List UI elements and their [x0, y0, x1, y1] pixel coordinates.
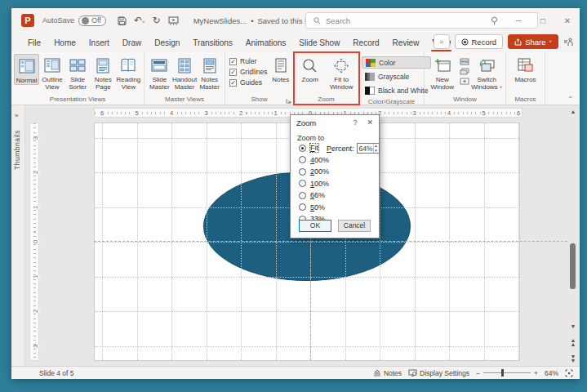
dialog-title-bar[interactable]: Zoom ? ✕: [291, 115, 379, 130]
handout-master-icon: [176, 56, 193, 74]
percent-spinner[interactable]: 64% ▲ ▼: [357, 143, 380, 154]
color-icon: [366, 59, 376, 67]
tab-transitions[interactable]: Transitions: [186, 34, 239, 51]
presenter-icon[interactable]: [563, 38, 573, 47]
ok-button[interactable]: OK: [299, 220, 331, 232]
fit-to-window-button[interactable]: Fit to Window: [327, 54, 356, 91]
radio-icon[interactable]: [299, 192, 306, 199]
zoom-option-100pct[interactable]: 100%: [299, 180, 329, 188]
handout-master-button[interactable]: Handout Master: [172, 54, 198, 91]
tab-insert[interactable]: Insert: [82, 34, 116, 51]
notes-button[interactable]: Notes: [271, 54, 291, 83]
radio-icon[interactable]: [299, 203, 306, 211]
radio-icon[interactable]: [299, 168, 306, 176]
thumbnails-label: Thumbnails: [13, 130, 21, 170]
black-and-white-button[interactable]: Black and White: [362, 84, 431, 96]
radio-icon[interactable]: [299, 145, 306, 152]
notes-page-icon: [94, 56, 112, 74]
tab-animations[interactable]: Animations: [239, 34, 292, 51]
guides-checkbox[interactable]: ✓Guides: [229, 78, 268, 87]
gridlines-checkbox[interactable]: ✓Gridlines: [229, 68, 268, 76]
gridline: [95, 277, 519, 278]
collapse-ribbon-icon[interactable]: ⌃: [567, 96, 573, 103]
zoom-option-50pct[interactable]: 50%: [299, 203, 329, 212]
fit-slide-icon: [565, 369, 573, 377]
tab-record[interactable]: Record: [346, 34, 385, 51]
thumbnails-panel[interactable]: » Thumbnails: [11, 105, 25, 366]
cascade-windows-icon[interactable]: [460, 68, 469, 75]
outline-view-icon: [43, 56, 61, 74]
zoom-slider[interactable]: − +: [476, 369, 538, 377]
fit-slide-to-window-button[interactable]: [565, 369, 573, 377]
zoom-slider-thumb[interactable]: [501, 369, 504, 376]
notes-page-button[interactable]: Notes Page: [91, 54, 116, 91]
zoom-button[interactable]: Zoom: [296, 54, 324, 83]
title-bar: P AutoSave Off ↶˅ ↻ MyNewSlides... • Sav…: [11, 8, 580, 33]
ruler-checkbox[interactable]: ✓Ruler: [229, 57, 268, 65]
tab-home[interactable]: Home: [47, 34, 82, 51]
search-icon: [314, 17, 321, 24]
zoom-option-fit[interactable]: Fit: [299, 144, 329, 152]
tab-file[interactable]: File: [21, 34, 47, 51]
vertical-scrollbar[interactable]: ▲ ▼ ▲▲ ▼▼: [568, 107, 578, 364]
slide-master-button[interactable]: Slide Master: [147, 54, 172, 91]
expand-thumbnails-icon[interactable]: »: [15, 112, 18, 119]
spin-down-icon[interactable]: ▼: [374, 149, 379, 154]
radio-icon[interactable]: [299, 180, 306, 187]
autosave-toggle[interactable]: AutoSave Off: [42, 16, 106, 26]
close-button[interactable]: ✕: [555, 16, 580, 25]
move-split-icon[interactable]: [460, 78, 469, 85]
dialog-close-icon[interactable]: ✕: [367, 118, 373, 127]
previous-slide-button[interactable]: ▲▲: [568, 338, 578, 346]
save-icon[interactable]: [118, 16, 127, 25]
redo-icon[interactable]: ↻: [153, 16, 161, 25]
undo-icon[interactable]: ↶˅: [134, 16, 145, 25]
start-slideshow-icon[interactable]: [168, 16, 179, 25]
notes-toggle-button[interactable]: Notes: [373, 369, 402, 377]
dialog-help-icon[interactable]: ?: [353, 118, 357, 127]
document-title[interactable]: MyNewSlides... • Saved to this PC ˅: [193, 16, 323, 25]
tab-design[interactable]: Design: [148, 34, 186, 51]
scrollbar-thumb[interactable]: [570, 243, 576, 289]
zoom-out-icon[interactable]: −: [476, 369, 480, 377]
show-dialog-launcher-icon[interactable]: [286, 98, 291, 104]
autosave-switch-icon[interactable]: Off: [78, 16, 106, 26]
zoom-option-200pct[interactable]: 200%: [299, 167, 329, 176]
cancel-button[interactable]: Cancel: [338, 220, 371, 232]
record-icon: [461, 38, 469, 46]
radio-icon[interactable]: [299, 156, 306, 163]
grayscale-button[interactable]: Grayscale: [362, 70, 431, 82]
tab-review[interactable]: Review: [386, 34, 426, 51]
reading-view-button[interactable]: Reading View: [116, 54, 141, 91]
minimize-button[interactable]: ─: [506, 16, 531, 25]
switch-windows-button[interactable]: Switch Windows ˅: [471, 54, 503, 91]
macros-button[interactable]: Macros: [510, 54, 541, 83]
pin-icon[interactable]: [482, 16, 506, 25]
slide-sorter-button[interactable]: Slide Sorter: [65, 54, 91, 91]
comments-button[interactable]: [434, 34, 450, 49]
display-settings-button[interactable]: Display Settings: [408, 369, 469, 377]
zoom-option-66pct[interactable]: 66%: [299, 191, 329, 199]
normal-view-button[interactable]: Normal: [14, 54, 39, 85]
share-button[interactable]: Share ˅: [508, 34, 558, 49]
tab-draw[interactable]: Draw: [116, 34, 148, 51]
notes-master-button[interactable]: Notes Master: [197, 54, 222, 91]
zoom-option-400pct[interactable]: 400%: [299, 156, 329, 164]
scroll-up-icon[interactable]: ▲: [568, 109, 578, 115]
tab-slide-show[interactable]: Slide Show: [292, 34, 346, 51]
next-slide-button[interactable]: ▼▼: [568, 354, 578, 363]
new-window-button[interactable]: New Window: [427, 54, 458, 91]
record-button[interactable]: Record: [455, 34, 504, 49]
window-controls: ─ □ ✕: [482, 8, 580, 33]
color-button[interactable]: Color: [362, 56, 431, 69]
normal-view-icon: [18, 57, 36, 75]
horizontal-guide: [94, 241, 567, 242]
outline-view-button[interactable]: Outline View: [39, 54, 64, 91]
zoom-in-icon[interactable]: +: [534, 369, 538, 377]
gridline: [95, 346, 519, 347]
search-placeholder: Search: [326, 16, 350, 25]
scroll-down-icon[interactable]: ▼: [568, 323, 578, 330]
zoom-percentage-button[interactable]: 64%: [545, 369, 558, 377]
maximize-button[interactable]: □: [531, 16, 555, 25]
arrange-all-icon[interactable]: [460, 58, 469, 65]
